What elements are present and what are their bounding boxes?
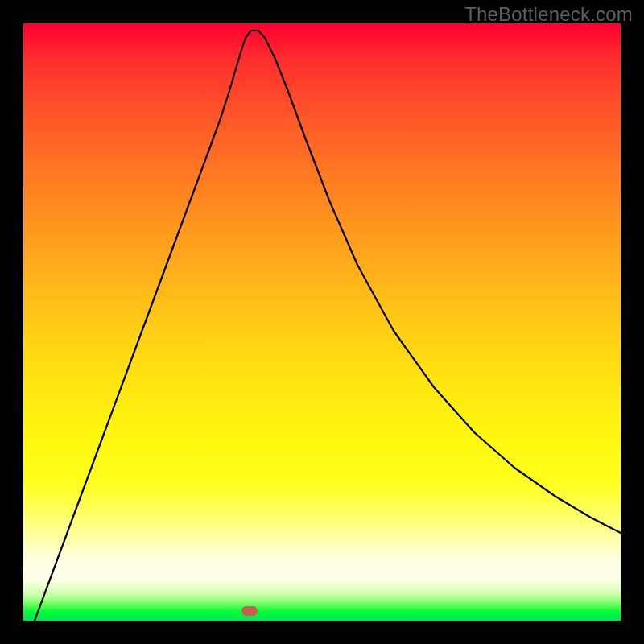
optimal-point-marker xyxy=(242,606,258,616)
chart-frame: TheBottleneck.com xyxy=(0,0,644,644)
plot-area xyxy=(23,23,621,621)
bottleneck-curve xyxy=(23,23,621,621)
watermark-text: TheBottleneck.com xyxy=(464,3,633,26)
